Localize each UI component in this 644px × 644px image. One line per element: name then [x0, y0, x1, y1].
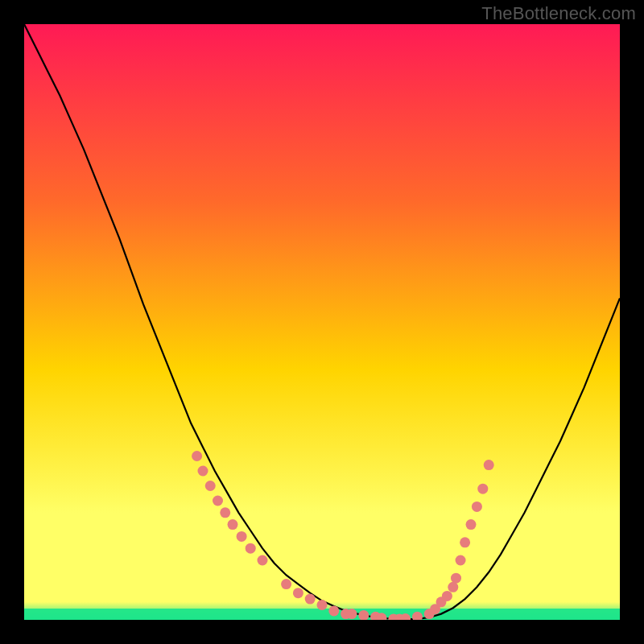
plot-area [24, 24, 620, 620]
data-dot [477, 484, 488, 494]
data-dot [442, 591, 452, 601]
data-dot [484, 460, 494, 470]
chart-frame: TheBottleneck.com [0, 0, 644, 644]
green-band [24, 609, 620, 620]
gradient-background [24, 24, 620, 620]
data-dot [258, 555, 268, 566]
data-dot [472, 502, 482, 512]
data-dot [246, 543, 256, 554]
data-dot [456, 555, 466, 566]
data-dot [451, 573, 461, 584]
data-dot [213, 496, 223, 506]
data-dot [237, 531, 247, 542]
data-dot [347, 609, 357, 619]
data-dot [293, 588, 303, 598]
data-dot [198, 466, 208, 477]
data-dot [448, 582, 458, 592]
data-dot [281, 579, 291, 589]
data-dot [328, 605, 339, 616]
data-dot [228, 519, 238, 530]
watermark-text: TheBottleneck.com [481, 3, 636, 24]
data-dot [192, 451, 202, 461]
data-dot [460, 537, 470, 547]
data-dot [220, 507, 230, 518]
data-dot [317, 600, 328, 610]
chart-svg [24, 24, 620, 620]
data-dot [466, 519, 477, 530]
data-dot [205, 481, 216, 491]
data-dot [305, 594, 316, 605]
